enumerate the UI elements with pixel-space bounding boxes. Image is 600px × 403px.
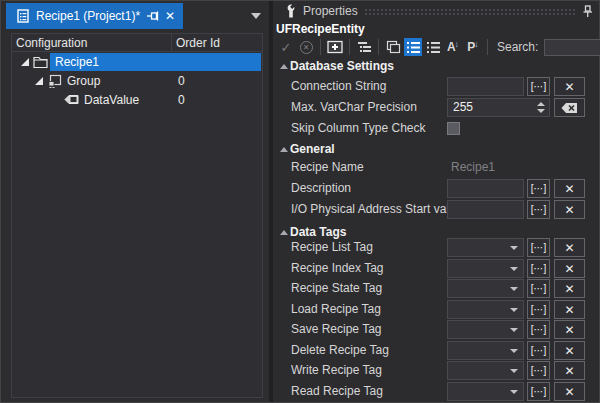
browse-button[interactable]: [⋯] (527, 341, 550, 360)
list-view-button-active[interactable] (404, 38, 422, 56)
clear-button[interactable]: ✕ (554, 320, 585, 339)
clear-button[interactable]: ✕ (554, 238, 585, 257)
pin-icon[interactable] (582, 5, 593, 18)
cancel-button[interactable]: ✕ (297, 38, 315, 56)
spinner-control[interactable] (534, 100, 547, 115)
tree-row-group[interactable]: Group 0 (12, 71, 262, 90)
properties-toolbar: ✓ ✕ A↓ P↓ (277, 37, 600, 57)
property-row-read-recipe-tag: Read Recipe Tag [⋯] ✕ (273, 382, 599, 401)
chevron-down-icon[interactable] (510, 369, 518, 373)
recipe-state-tag-combo[interactable] (447, 279, 524, 298)
property-row-save-recipe-tag: Save Recipe Tag [⋯] ✕ (273, 320, 599, 339)
commit-button[interactable]: ✓ (277, 38, 295, 56)
clear-button[interactable]: ✕ (554, 382, 585, 401)
search-label: Search: (497, 40, 538, 54)
tree-row-recipe1[interactable]: Recipe1 (12, 52, 262, 71)
browse-button[interactable]: [⋯] (527, 361, 550, 380)
read-recipe-tag-combo[interactable] (447, 382, 524, 401)
titlebar-grip (364, 8, 576, 16)
chevron-down-icon[interactable] (510, 328, 518, 332)
clear-button[interactable]: ✕ (554, 361, 585, 380)
tab-recipe1[interactable]: Recipe1 (Project1)* ✕ (6, 3, 183, 29)
properties-titlebar[interactable]: Properties (273, 1, 599, 21)
property-row-skip-column-check: Skip Column Type Check (273, 119, 599, 138)
clear-button[interactable]: ✕ (554, 77, 585, 96)
browse-button[interactable]: [⋯] (527, 320, 550, 339)
tree-item-label[interactable]: Recipe1 (50, 53, 261, 71)
detail-list-button[interactable] (424, 38, 442, 56)
browse-button[interactable]: [⋯] (527, 179, 550, 198)
browse-button[interactable]: [⋯] (527, 300, 550, 319)
chevron-down-icon[interactable] (510, 349, 518, 353)
browse-button[interactable]: [⋯] (527, 238, 550, 257)
tree-row-datavalue[interactable]: DataValue 0 (12, 90, 262, 109)
spin-up-icon[interactable] (537, 102, 545, 106)
collapse-icon[interactable] (280, 147, 288, 152)
circle-x-icon: ✕ (300, 41, 313, 54)
backspace-clear-button[interactable] (554, 98, 585, 117)
tree-item-label[interactable]: DataValue (79, 91, 139, 109)
sort-alphabetical-button[interactable]: A↓ (444, 38, 462, 56)
add-button[interactable] (326, 38, 344, 56)
chevron-down-icon[interactable] (510, 390, 518, 394)
chevron-down-icon[interactable] (510, 267, 518, 271)
browse-button[interactable]: [⋯] (527, 382, 550, 401)
skip-column-type-checkbox[interactable] (447, 122, 460, 135)
chevron-down-icon[interactable] (510, 246, 518, 250)
clear-button[interactable]: ✕ (554, 179, 585, 198)
browse-button[interactable]: [⋯] (527, 259, 550, 278)
delete-recipe-tag-combo[interactable] (447, 341, 524, 360)
tab-title: Recipe1 (Project1)* (36, 9, 140, 23)
property-row-load-recipe-tag: Load Recipe Tag [⋯] ✕ (273, 300, 599, 319)
collapse-icon[interactable] (280, 230, 288, 235)
order-id-value: 0 (178, 93, 185, 107)
tab-list-dropdown-icon[interactable] (251, 13, 261, 19)
collapse-icon[interactable] (280, 64, 288, 69)
clear-button[interactable]: ✕ (554, 259, 585, 278)
document-panel: Recipe1 (Project1)* ✕ Configuration Orde… (1, 1, 269, 402)
expander-icon[interactable] (35, 77, 43, 85)
chevron-down-icon[interactable] (510, 308, 518, 312)
section-header-general[interactable]: General (273, 140, 599, 159)
recipe-index-tag-combo[interactable] (447, 259, 524, 278)
pin-icon[interactable] (146, 10, 159, 22)
browse-button[interactable]: [⋯] (527, 77, 550, 96)
recipe-list-tag-combo[interactable] (447, 238, 524, 257)
property-row-delete-recipe-tag: Delete Recipe Tag [⋯] ✕ (273, 341, 599, 360)
column-divider[interactable] (171, 34, 172, 52)
tree-item-label[interactable]: Group (62, 72, 100, 90)
categorized-view-button[interactable] (355, 38, 373, 56)
search-input[interactable] (544, 39, 600, 56)
property-pages-button[interactable] (384, 38, 402, 56)
column-header-configuration[interactable]: Configuration (16, 36, 87, 50)
toolbar-separator (487, 39, 488, 55)
sort-by-property-button[interactable]: P↓ (464, 38, 482, 56)
browse-button[interactable]: [⋯] (527, 279, 550, 298)
clear-button[interactable]: ✕ (554, 200, 585, 219)
clear-button[interactable]: ✕ (554, 279, 585, 298)
folder-icon (33, 54, 48, 69)
save-recipe-tag-combo[interactable] (447, 320, 524, 339)
configuration-tree: Configuration Order Id Recipe1 Group (11, 33, 263, 398)
tree-header: Configuration Order Id (12, 34, 262, 52)
clear-button[interactable]: ✕ (554, 341, 585, 360)
browse-button[interactable]: [⋯] (527, 200, 550, 219)
chevron-down-icon[interactable] (510, 287, 518, 291)
connection-string-input[interactable] (447, 77, 524, 96)
tab-strip: Recipe1 (Project1)* ✕ (1, 1, 269, 31)
load-recipe-tag-combo[interactable] (447, 300, 524, 319)
description-input[interactable] (447, 179, 524, 198)
section-header-database-settings[interactable]: Database Settings (273, 57, 599, 76)
group-icon (47, 73, 62, 88)
column-header-order-id[interactable]: Order Id (176, 36, 220, 50)
io-address-input[interactable] (447, 200, 524, 219)
spin-down-icon[interactable] (537, 109, 545, 113)
varchar-precision-input[interactable]: 255 (447, 98, 550, 117)
wrench-icon (285, 4, 297, 18)
clear-button[interactable]: ✕ (554, 300, 585, 319)
expander-icon[interactable] (21, 58, 29, 66)
entity-name: UFRecipeEntity (276, 22, 365, 36)
write-recipe-tag-combo[interactable] (447, 361, 524, 380)
property-row-recipe-list-tag: Recipe List Tag [⋯] ✕ (273, 238, 599, 257)
close-icon[interactable]: ✕ (165, 10, 175, 22)
